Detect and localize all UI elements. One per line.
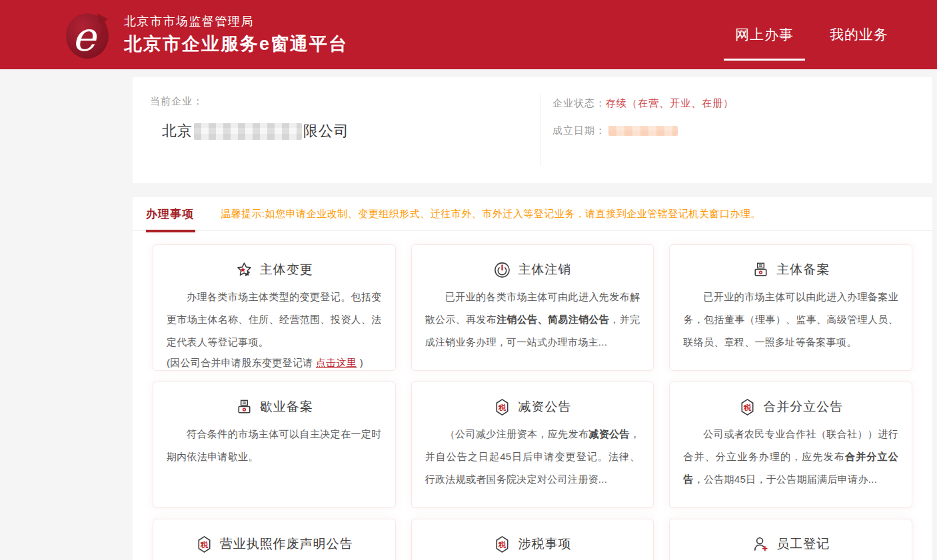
service-card-2[interactable]: 主体注销 已开业的各类市场主体可由此进入先发布解散公示、再发布注销公告、简易注销… bbox=[411, 244, 654, 371]
current-company-label: 当前企业： bbox=[150, 95, 540, 108]
desc-segment: ，公告期45日，于公告期届满后申请办... bbox=[694, 473, 878, 485]
service-card-8[interactable]: 税 涉税事项 bbox=[411, 519, 654, 560]
founded-date-label: 成立日期： bbox=[552, 125, 606, 137]
card-header: 员工登记 bbox=[683, 534, 898, 554]
tax-hexagon-icon: 税 bbox=[493, 535, 511, 553]
app-header: e 北京市市场监督管理局 北京市企业服务e窗通平台 网上办事 我的业务 bbox=[0, 0, 937, 69]
stamp-icon bbox=[235, 398, 253, 416]
company-name: 北京 限公司 bbox=[162, 121, 540, 141]
main-nav: 网上办事 我的业务 bbox=[717, 0, 906, 69]
card-title: 主体注销 bbox=[518, 261, 571, 278]
card-header: 税 合并分立公告 bbox=[683, 397, 898, 417]
card-note: (因公司合并申请股东变更登记请 点击这里 ) bbox=[167, 354, 382, 371]
card-description: 公司或者农民专业合作社（联合社））进行合并、分立业务办理的，应先发布合并分立公告… bbox=[683, 423, 898, 491]
svg-text:税: 税 bbox=[743, 403, 752, 411]
card-header: 税 营业执照作废声明公告 bbox=[167, 534, 382, 554]
platform-title: 北京市企业服务e窗通平台 bbox=[124, 32, 348, 56]
service-card-9[interactable]: 员工登记 bbox=[669, 519, 912, 560]
power-icon bbox=[493, 261, 511, 279]
desc-segment: 已开业的市场主体可以由此进入办理备案业务，包括董事（理事）、监事、高级管理人员、… bbox=[683, 291, 898, 348]
service-card-3[interactable]: 主体备案 已开业的市场主体可以由此进入办理备案业务，包括董事（理事）、监事、高级… bbox=[669, 244, 912, 371]
company-name-prefix: 北京 bbox=[162, 121, 193, 141]
service-card-7[interactable]: 税 营业执照作废声明公告 bbox=[153, 519, 396, 560]
click-here-link[interactable]: 点击这里 bbox=[316, 357, 357, 368]
tax-hexagon-icon: 税 bbox=[195, 535, 213, 553]
company-name-suffix: 限公司 bbox=[303, 121, 349, 141]
nav-online-services[interactable]: 网上办事 bbox=[717, 0, 812, 69]
tabs-row: 办理事项 温馨提示:如您申请企业改制、变更组织形式、迁往市外、市外迁入等登记业务… bbox=[133, 197, 932, 231]
card-title: 营业执照作废声明公告 bbox=[220, 535, 353, 553]
card-description: 已开业的市场主体可以由此进入办理备案业务，包括董事（理事）、监事、高级管理人员、… bbox=[683, 286, 898, 354]
desc-segment: （公司减少注册资本，应先发布 bbox=[445, 428, 589, 439]
card-title: 涉税事项 bbox=[518, 535, 571, 553]
company-info-panel: 当前企业： 北京 限公司 企业状态： 存续（在营、开业、在册） 成立日期： bbox=[133, 77, 932, 183]
card-header: 主体变更 bbox=[167, 260, 382, 280]
desc-bold-segment: 减资公告 bbox=[588, 428, 630, 439]
card-header: 税 减资公告 bbox=[425, 397, 640, 417]
card-header: 主体备案 bbox=[683, 260, 898, 280]
card-description: 已开业的各类市场主体可由此进入先发布解散公示、再发布注销公告、简易注销公告，并完… bbox=[425, 286, 640, 354]
status-row: 企业状态： 存续（在营、开业、在册） bbox=[552, 97, 932, 110]
service-card-4[interactable]: 歇业备案 符合条件的市场主体可以自主决定在一定时期内依法申请歇业。 bbox=[153, 382, 396, 508]
founded-date-redacted-block bbox=[608, 126, 678, 136]
card-header: 歇业备案 bbox=[167, 397, 382, 417]
services-grid: 主体变更 办理各类市场主体类型的变更登记。包括变更市场主体名称、住所、经营范围、… bbox=[133, 231, 932, 560]
tab-handle-matters[interactable]: 办理事项 bbox=[146, 197, 194, 231]
current-company-section: 当前企业： 北京 限公司 bbox=[133, 77, 540, 183]
star-edit-icon bbox=[235, 261, 253, 279]
stamp-icon bbox=[752, 261, 770, 279]
notice-text: 温馨提示:如您申请企业改制、变更组织形式、迁往市外、市外迁入等登记业务，请直接到… bbox=[221, 208, 761, 220]
desc-segment: 符合条件的市场主体可以自主决定在一定时期内依法申请歇业。 bbox=[167, 428, 382, 462]
company-name-redacted-block bbox=[194, 123, 302, 140]
status-label: 企业状态： bbox=[552, 97, 606, 110]
tax-hexagon-icon: 税 bbox=[738, 398, 756, 416]
svg-text:税: 税 bbox=[200, 540, 209, 548]
svg-text:税: 税 bbox=[498, 403, 506, 411]
service-card-6[interactable]: 税 合并分立公告 公司或者农民专业合作社（联合社））进行合并、分立业务办理的，应… bbox=[669, 382, 912, 508]
desc-bold-segment: 注销公告、简易注销公告 bbox=[496, 314, 609, 325]
founded-date-row: 成立日期： bbox=[552, 125, 932, 137]
tax-hexagon-icon: 税 bbox=[493, 398, 511, 416]
agency-name: 北京市市场监督管理局 bbox=[124, 13, 348, 29]
service-card-5[interactable]: 税 减资公告 （公司减少注册资本，应先发布减资公告，并自公告之日起45日后申请变… bbox=[411, 382, 654, 508]
card-title: 员工登记 bbox=[776, 535, 830, 553]
card-description: （公司减少注册资本，应先发布减资公告，并自公告之日起45日后申请变更登记。法律、… bbox=[425, 423, 640, 491]
card-description: 符合条件的市场主体可以自主决定在一定时期内依法申请歇业。 bbox=[167, 423, 382, 468]
services-panel: 办理事项 温馨提示:如您申请企业改制、变更组织形式、迁往市外、市外迁入等登记业务… bbox=[133, 197, 932, 560]
card-title: 合并分立公告 bbox=[763, 398, 843, 416]
card-title: 歇业备案 bbox=[260, 398, 313, 416]
card-header: 主体注销 bbox=[425, 260, 640, 280]
platform-logo-icon: e bbox=[64, 9, 115, 61]
header-titles: 北京市市场监督管理局 北京市企业服务e窗通平台 bbox=[124, 13, 348, 56]
card-title: 减资公告 bbox=[518, 398, 571, 416]
card-description: 办理各类市场主体类型的变更登记。包括变更市场主体名称、住所、经营范围、投资人、法… bbox=[167, 286, 382, 371]
service-card-1[interactable]: 主体变更 办理各类市场主体类型的变更登记。包括变更市场主体名称、住所、经营范围、… bbox=[153, 244, 396, 371]
desc-segment: 办理各类市场主体类型的变更登记。包括变更市场主体名称、住所、经营范围、投资人、法… bbox=[167, 291, 382, 348]
card-title: 主体变更 bbox=[260, 261, 313, 278]
svg-text:e: e bbox=[72, 13, 98, 60]
card-header: 税 涉税事项 bbox=[425, 534, 640, 554]
nav-my-business[interactable]: 我的业务 bbox=[812, 0, 906, 69]
company-status-section: 企业状态： 存续（在营、开业、在册） 成立日期： bbox=[540, 77, 932, 183]
svg-text:税: 税 bbox=[498, 540, 506, 548]
status-value: 存续（在营、开业、在册） bbox=[606, 97, 734, 110]
card-title: 主体备案 bbox=[776, 261, 830, 278]
person-add-icon bbox=[752, 535, 770, 553]
